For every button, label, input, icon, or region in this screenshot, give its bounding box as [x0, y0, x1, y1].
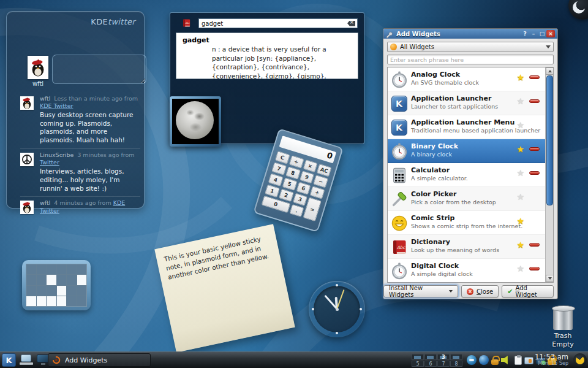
calc-multiply-button[interactable]: ×	[303, 159, 318, 172]
clear-input-icon[interactable]	[347, 21, 355, 26]
install-new-widgets-button[interactable]: Install New Widgets	[383, 285, 458, 297]
definition-text: n : a device that is very useful for a p…	[212, 45, 352, 79]
trash-can-icon	[553, 308, 573, 330]
device-notifier-icon[interactable]	[20, 355, 33, 366]
calc-5-button[interactable]: 5	[282, 177, 297, 190]
calc-plus-button[interactable]: +	[310, 186, 325, 199]
maximize-button[interactable]: □	[538, 30, 546, 37]
clock-hub	[336, 308, 339, 311]
calc-decimal-button[interactable]: .	[289, 204, 304, 217]
calc-allclear-button[interactable]: AC	[317, 164, 332, 177]
binary-cell	[26, 275, 36, 285]
dictionary-search-input[interactable]	[199, 20, 347, 27]
clock-marker	[360, 308, 362, 310]
lock-icon[interactable]	[491, 359, 499, 365]
widget-description: Launcher to start applications	[411, 103, 545, 110]
widget-name: Analog Clock	[411, 67, 545, 79]
minimize-button[interactable]: –	[529, 30, 538, 37]
calc-1-button[interactable]: 1	[265, 185, 280, 197]
panel-toolbox-cashew-icon[interactable]	[573, 353, 587, 367]
calc-2-button[interactable]: 2	[279, 189, 294, 202]
status-update-input[interactable]	[52, 55, 146, 84]
widget-row-color-picker[interactable]: Color Picker Pick a color from the deskt…	[388, 187, 545, 211]
calc-9-button[interactable]: 9	[300, 171, 315, 183]
widget-row-calculator[interactable]: Calculator A simple calculator.	[388, 163, 545, 187]
tweet-source-link[interactable]: Twitter	[40, 159, 59, 166]
calc-6-button[interactable]: 6	[296, 182, 311, 194]
pager-desktop-6[interactable]: 6	[424, 361, 437, 367]
close-button[interactable]: Close	[461, 285, 499, 297]
binary-cell	[77, 286, 87, 296]
desktop-toolbox-cashew-icon[interactable]	[568, 0, 588, 20]
scroll-up-button[interactable]	[546, 67, 554, 75]
calc-3-button[interactable]: 3	[293, 193, 308, 206]
definition-panel: gadget n : a device that is very useful …	[176, 33, 358, 79]
widget-row-dictionary[interactable]: Dictionary Look up the meaning of words	[388, 235, 545, 259]
pager-desktop-5[interactable]: 5	[412, 361, 424, 367]
peace-avatar	[20, 153, 34, 166]
tweet-body: Interviews, articles, blogs, editing... …	[40, 167, 140, 193]
volume-icon[interactable]	[501, 355, 511, 365]
calc-clear-button[interactable]: C	[275, 151, 290, 164]
calc-minus-button[interactable]: −	[313, 175, 328, 188]
calc-divide-button[interactable]: ÷	[289, 155, 304, 168]
widget-name: Dictionary	[411, 235, 545, 247]
binary-clock-grid	[26, 264, 87, 307]
widget-row-digital-clock[interactable]: Digital Clock A simple digital clock	[388, 259, 545, 283]
task-button-add-widgets[interactable]: Add Widgets	[48, 353, 151, 367]
calc-7-button[interactable]: 7	[271, 162, 287, 175]
calc-8-button[interactable]: 8	[285, 166, 301, 179]
widget-name: Binary Clock	[411, 139, 545, 151]
widget-row-analog-clock[interactable]: Analog Clock An SVG themable clock	[388, 67, 545, 91]
widget-description: Traditional menu based application launc…	[411, 127, 545, 134]
widget-row-application-launcher[interactable]: Application Launcher Launcher to start a…	[388, 91, 545, 115]
running-indicator-icon[interactable]	[529, 243, 540, 247]
pager-desktop-4[interactable]	[450, 354, 462, 360]
tweet-source-link[interactable]: KDE Twitter	[40, 102, 73, 109]
widget-row-application-launcher-menu[interactable]: Application Launcher Menu Traditional me…	[388, 115, 545, 139]
binary-cell-lit	[26, 296, 36, 306]
running-indicator-icon[interactable]	[529, 171, 540, 175]
running-indicator-icon[interactable]	[529, 267, 540, 270]
help-button[interactable]: ?	[521, 30, 529, 37]
category-filter-dropdown[interactable]: All Widgets	[387, 42, 554, 52]
favorite-star-icon[interactable]	[516, 192, 524, 202]
network-globe-icon[interactable]	[479, 355, 489, 365]
trash-desktop-icon[interactable]: TrashEmpty	[546, 308, 580, 349]
running-indicator-icon[interactable]	[529, 75, 540, 79]
pager-desktop-2[interactable]	[424, 354, 437, 360]
favorite-star-icon[interactable]	[516, 216, 524, 226]
favorite-star-icon[interactable]	[516, 120, 524, 130]
session-window-icon[interactable]	[524, 357, 533, 364]
messenger-icon[interactable]	[467, 355, 477, 365]
scrollbar-thumb[interactable]	[546, 75, 553, 205]
running-indicator-icon[interactable]	[529, 99, 540, 103]
favorite-star-icon[interactable]	[516, 72, 524, 82]
pager-desktop-7[interactable]: 7	[437, 361, 450, 367]
add-widget-button[interactable]: Add Widget	[502, 285, 554, 297]
calc-4-button[interactable]: 4	[268, 173, 284, 186]
favorite-star-icon[interactable]	[516, 168, 524, 178]
pager-desktop-1[interactable]	[412, 354, 424, 360]
close-window-button[interactable]: ×	[546, 30, 555, 37]
pager-desktop-3[interactable]: 3	[437, 354, 450, 360]
dialog-title: Add Widgets	[396, 31, 440, 37]
clipboard-icon[interactable]	[514, 356, 522, 365]
dialog-titlebar[interactable]: Add Widgets ? – □ ×	[383, 29, 557, 39]
sticky-note-widget[interactable]: This is your basic yellow sticky note, i…	[154, 224, 295, 352]
taskbar-clock[interactable]: 11:53 am Mon, 15 Sep	[535, 353, 568, 367]
widget-search-input[interactable]	[387, 55, 554, 64]
running-indicator-icon[interactable]	[529, 147, 540, 151]
chevron-down-icon	[546, 45, 551, 48]
favorite-star-icon[interactable]	[516, 144, 524, 154]
scroll-down-button[interactable]	[546, 275, 554, 282]
widget-row-comic-strip[interactable]: Comic Strip Shows a comic strip from the…	[388, 211, 545, 235]
kmenu-launcher-icon[interactable]	[2, 353, 16, 367]
binary-cell	[67, 296, 77, 306]
favorite-star-icon[interactable]	[516, 240, 524, 250]
pager-desktop-8[interactable]: 8	[450, 361, 462, 367]
favorite-star-icon[interactable]	[516, 264, 524, 274]
favorite-star-icon[interactable]	[516, 96, 524, 106]
binary-cell	[77, 296, 87, 306]
widget-row-binary-clock[interactable]: Binary Clock A binary clock	[388, 139, 545, 163]
